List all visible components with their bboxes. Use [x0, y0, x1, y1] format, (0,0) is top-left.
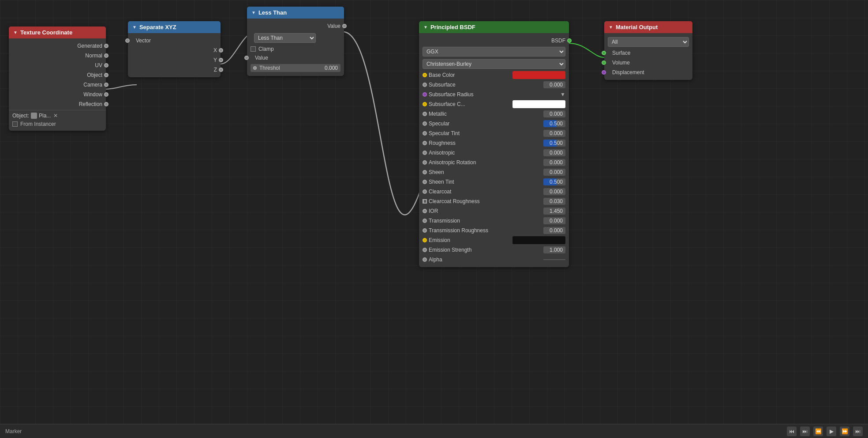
roughness-value[interactable]: 0.500	[543, 140, 565, 147]
subsurface-socket	[423, 83, 427, 87]
texture-coordinate-header: ▼ Texture Coordinate	[9, 26, 106, 38]
object-label-text: Object:	[12, 113, 29, 119]
playback-play-icon[interactable]: ▶	[827, 427, 836, 436]
clearcoat-socket	[423, 189, 427, 194]
material-output-dropdown-row: All Eevee Cycles	[604, 36, 692, 48]
metallic-socket	[423, 112, 427, 116]
object-selector: Object: Pla... ✕	[9, 111, 106, 120]
transmission-label: Transmission	[429, 218, 542, 224]
socket-row-y-output: Y	[128, 55, 221, 65]
clearcoat-row: Clearcoat 0.000	[419, 187, 569, 196]
alpha-row: Alpha	[419, 255, 569, 264]
transmission-value[interactable]: 0.000	[543, 217, 565, 224]
lt-clamp-row: Clamp	[247, 45, 344, 53]
vector-input-label: Vector	[136, 38, 151, 44]
ior-row: IOR 1.450	[419, 206, 569, 216]
material-output-dropdown[interactable]: All Eevee Cycles	[608, 37, 689, 47]
specular-value[interactable]: 0.500	[543, 120, 565, 127]
socket-row-vector-input: Vector	[128, 36, 221, 45]
material-output-title: Material Output	[616, 24, 658, 30]
subsurface-color-value[interactable]	[513, 100, 565, 108]
generated-socket	[104, 44, 108, 48]
emission-label: Emission	[429, 237, 511, 243]
subsurface-method-row: Christensen-Burley Random Walk	[419, 58, 569, 70]
less-than-node: ▼ Less Than Value Less Than Greater Than…	[247, 7, 344, 76]
socket-row-window: Window	[9, 90, 106, 99]
object-name[interactable]: Pla...	[39, 113, 51, 119]
collapse-arrow-separate-icon[interactable]: ▼	[132, 25, 137, 30]
ior-socket	[423, 209, 427, 213]
emission-value[interactable]	[513, 236, 565, 244]
distribution-select[interactable]: GGX Multiscatter GGX	[423, 47, 565, 57]
ior-label: IOR	[429, 208, 542, 214]
playback-prev-frame-icon[interactable]: ⏪	[813, 427, 823, 436]
alpha-value[interactable]	[543, 259, 565, 260]
collapse-arrow-bsdf-icon[interactable]: ▼	[423, 25, 428, 30]
y-output-socket	[219, 58, 223, 62]
texture-coordinate-body: Generated Normal UV Object Camera Window…	[9, 38, 106, 131]
emission-strength-value[interactable]: 1.000	[543, 246, 565, 253]
base-color-socket	[423, 73, 427, 77]
ior-value[interactable]: 1.450	[543, 208, 565, 215]
less-than-body: Value Less Than Greater Than Clamp Value…	[247, 19, 344, 76]
playback-last-frame-icon[interactable]: ⏭	[853, 427, 863, 436]
subsurface-method-select[interactable]: Christensen-Burley Random Walk	[423, 59, 565, 69]
roughness-label: Roughness	[429, 140, 542, 146]
playback-jump-end-icon[interactable]: ⏭	[800, 427, 810, 436]
clearcoat-roughness-socket	[423, 199, 427, 204]
playback-next-frame-icon[interactable]: ⏩	[840, 427, 849, 436]
sheen-value[interactable]: 0.000	[543, 169, 565, 176]
anisotropic-row: Anisotropic 0.000	[419, 148, 569, 158]
metallic-value[interactable]: 0.000	[543, 110, 565, 117]
window-label: Window	[83, 91, 102, 98]
lt-threshold-socket	[253, 66, 257, 70]
transmission-roughness-value[interactable]: 0.000	[543, 227, 565, 234]
lt-value-output-row: Value	[247, 21, 344, 31]
collapse-arrow-mo-icon[interactable]: ▼	[609, 25, 613, 30]
z-output-socket	[219, 68, 223, 72]
lt-value-output-socket	[342, 24, 347, 28]
socket-row-object: Object	[9, 70, 106, 80]
playback-jump-start-icon[interactable]: ⏮	[787, 427, 797, 436]
base-color-value[interactable]	[513, 71, 565, 79]
anisotropic-rotation-value[interactable]: 0.000	[543, 159, 565, 166]
lt-threshold-value[interactable]: 0.000	[325, 65, 338, 71]
subsurface-value[interactable]: 0.000	[543, 81, 565, 88]
sheen-tint-label: Sheen Tint	[429, 179, 542, 185]
object-close-icon[interactable]: ✕	[53, 113, 58, 119]
volume-input-socket	[602, 60, 606, 65]
sheen-socket	[423, 170, 427, 174]
clearcoat-value[interactable]: 0.000	[543, 188, 565, 195]
specular-tint-row: Specular Tint 0.000	[419, 128, 569, 138]
texture-coordinate-title: Texture Coordinate	[20, 29, 72, 36]
alpha-label: Alpha	[429, 257, 542, 263]
surface-input-socket	[602, 51, 606, 55]
collapse-arrow-icon[interactable]: ▼	[13, 30, 18, 35]
sheen-row: Sheen 0.000	[419, 167, 569, 177]
lt-value-input-socket	[244, 56, 249, 60]
less-than-header: ▼ Less Than	[247, 7, 344, 19]
subsurface-color-row: Subsurface C...	[419, 99, 569, 109]
collapse-arrow-lt-icon[interactable]: ▼	[251, 10, 256, 15]
from-instancer-label: From Instancer	[20, 121, 56, 127]
anisotropic-value[interactable]: 0.000	[543, 149, 565, 156]
emission-socket	[423, 238, 427, 242]
transmission-socket	[423, 219, 427, 223]
subsurface-radius-chevron: ▼	[560, 91, 565, 98]
texture-coordinate-node: ▼ Texture Coordinate Generated Normal UV…	[9, 26, 106, 131]
separate-xyz-header: ▼ Separate XYZ	[128, 21, 221, 33]
from-instancer-checkbox[interactable]	[12, 121, 18, 127]
specular-tint-value[interactable]: 0.000	[543, 130, 565, 137]
bottom-marker-label: Marker	[5, 428, 22, 434]
material-output-node: ▼ Material Output All Eevee Cycles Surfa…	[604, 21, 692, 80]
sheen-tint-value[interactable]: 0.500	[543, 178, 565, 185]
clearcoat-roughness-value[interactable]: 0.030	[543, 198, 565, 205]
lt-operation-select[interactable]: Less Than Greater Than	[254, 33, 316, 43]
sheen-label: Sheen	[429, 169, 542, 175]
lt-clamp-checkbox[interactable]	[251, 46, 256, 52]
reflection-socket	[104, 102, 108, 106]
transmission-roughness-label: Transmission Roughness	[429, 227, 542, 234]
anisotropic-label: Anisotropic	[429, 150, 542, 156]
reflection-label: Reflection	[79, 101, 102, 107]
anisotropic-socket	[423, 151, 427, 155]
